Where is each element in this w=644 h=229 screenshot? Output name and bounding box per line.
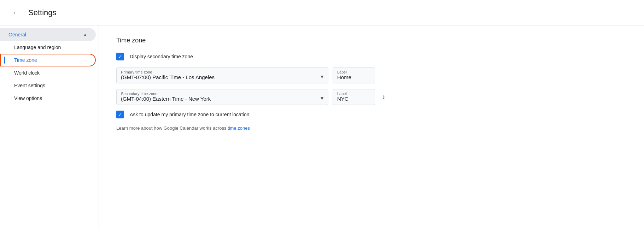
sidebar-item-eventsettings[interactable]: Event settings — [0, 79, 96, 92]
primary-timezone-arrow-icon: ▼ — [320, 74, 324, 80]
swap-timezone-button[interactable]: ↕ — [382, 93, 385, 101]
primary-label-title: Label — [337, 70, 370, 74]
swap-up-icon: ↕ — [382, 93, 385, 101]
secondary-timezone-small-label: Secondary time zone — [121, 92, 324, 96]
secondary-timezone-select[interactable]: Secondary time zone (GMT-04:00) Eastern … — [116, 89, 328, 105]
primary-timezone-select[interactable]: Primary time zone (GMT-07:00) Pacific Ti… — [116, 67, 328, 83]
sidebar: General ▲ Language and region Time zone … — [0, 25, 99, 229]
sidebar-item-worldclock[interactable]: World clock — [0, 66, 96, 79]
section-title: Time zone — [116, 37, 627, 44]
sidebar-item-viewoptions-label: View options — [14, 95, 42, 101]
secondary-label-title: Label — [337, 92, 370, 96]
secondary-timezone-row: Secondary time zone (GMT-04:00) Eastern … — [116, 89, 627, 105]
display-secondary-checkbox[interactable]: ✓ — [116, 53, 124, 60]
sidebar-item-timezone[interactable]: Time zone — [0, 54, 96, 66]
ask-update-row: ✓ Ask to update my primary time zone to … — [116, 111, 627, 118]
display-secondary-label: Display secondary time zone — [130, 54, 193, 59]
chevron-up-icon: ▲ — [83, 32, 87, 37]
primary-timezone-value: (GMT-07:00) Pacific Time - Los Angeles — [121, 74, 324, 80]
main-content: Time zone ✓ Display secondary time zone … — [99, 25, 644, 229]
sidebar-item-eventsettings-label: Event settings — [14, 83, 45, 88]
secondary-timezone-value: (GMT-04:00) Eastern Time - New York — [121, 96, 324, 102]
ask-update-label: Ask to update my primary time zone to cu… — [130, 112, 249, 117]
sidebar-item-viewoptions[interactable]: View options — [0, 92, 96, 105]
ask-update-checkbox[interactable]: ✓ — [116, 111, 124, 118]
time-zones-link[interactable]: time zones — [228, 125, 250, 131]
ask-update-checkmark-icon: ✓ — [118, 112, 122, 117]
sidebar-item-worldclock-label: World clock — [14, 70, 40, 76]
info-text-before: Learn more about how Google Calendar wor… — [116, 125, 228, 131]
sidebar-item-language[interactable]: Language and region — [0, 41, 96, 54]
header: ← Settings — [0, 0, 644, 25]
info-text: Learn more about how Google Calendar wor… — [116, 125, 627, 131]
page-title: Settings — [28, 8, 57, 17]
sidebar-item-general[interactable]: General ▲ — [0, 28, 96, 41]
checkmark-icon: ✓ — [118, 54, 122, 59]
primary-timezone-small-label: Primary time zone — [121, 70, 324, 74]
primary-timezone-label-field[interactable]: Label Home — [333, 67, 375, 83]
display-secondary-row: ✓ Display secondary time zone — [116, 53, 627, 60]
selected-bar — [4, 57, 5, 64]
primary-timezone-row: Primary time zone (GMT-07:00) Pacific Ti… — [116, 67, 627, 83]
primary-label-value: Home — [337, 74, 351, 80]
sidebar-item-language-label: Language and region — [14, 45, 61, 50]
secondary-timezone-arrow-icon: ▼ — [320, 95, 324, 101]
sidebar-item-general-label: General — [8, 32, 26, 37]
layout: General ▲ Language and region Time zone … — [0, 25, 644, 229]
sidebar-item-timezone-label: Time zone — [14, 57, 37, 63]
back-button[interactable]: ← — [8, 6, 23, 20]
secondary-label-value: NYC — [337, 96, 349, 102]
secondary-timezone-label-field[interactable]: Label NYC — [333, 89, 375, 105]
